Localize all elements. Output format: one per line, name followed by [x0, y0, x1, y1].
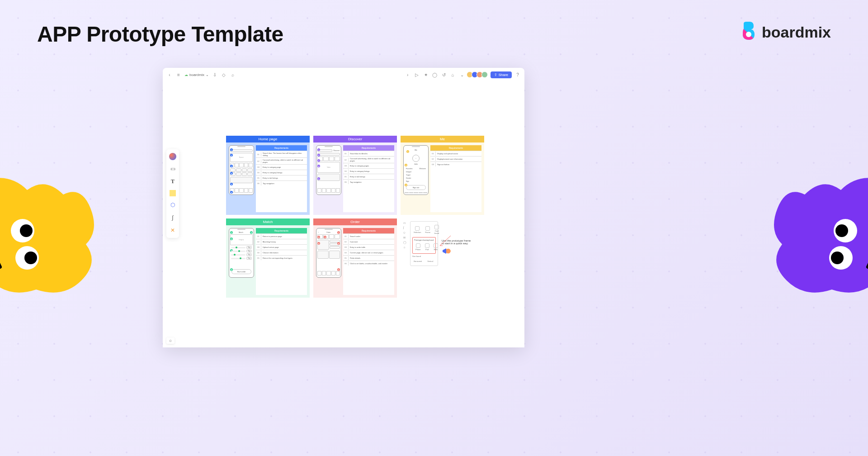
tag-icon[interactable]: ◇	[221, 71, 227, 78]
order-phone-mock: ‹Order⌕ 1 2 3 4 5	[316, 228, 341, 278]
text-tool-icon[interactable]: T	[169, 177, 177, 185]
brand-mark-icon	[740, 22, 756, 43]
connector-tool-icon[interactable]: ✕	[169, 226, 177, 234]
tool-panel-popup[interactable]: Selection Frame Card board Prototype dra…	[410, 221, 438, 266]
share-button[interactable]: ⇪ Share	[491, 71, 512, 78]
page-title: APP Prototype Template	[37, 22, 283, 47]
frame-tool-icon[interactable]: ▭	[169, 165, 177, 173]
svg-point-0	[746, 32, 751, 37]
back-icon[interactable]: ‹	[166, 71, 173, 78]
discover-phone-mock: Discover 1 2 3 Video 4 5	[316, 145, 341, 195]
order-requirements: Requirements 01Search order 02Comment 03…	[343, 228, 394, 295]
cloud-sync-icon: ☁	[184, 73, 188, 77]
document-name[interactable]: ☁ boardmix ⌄	[184, 73, 209, 77]
mascot-left	[0, 163, 108, 299]
app-logo-icon[interactable]	[169, 153, 176, 160]
comment-icon[interactable]: ◯	[432, 71, 438, 78]
brand-name: boardmix	[762, 24, 831, 41]
svg-point-4	[24, 252, 37, 264]
history-icon[interactable]: ↺	[441, 71, 447, 78]
match-phone-mock: ‹Match↻ 1 2 Image⊕ 3 4 Skip Skip Skip Sk…	[229, 228, 254, 278]
brand-logo: boardmix	[740, 22, 831, 43]
library-icon[interactable]: ⌂	[450, 71, 456, 78]
section-order[interactable]: Order ‹Order⌕ 1 2 3	[313, 218, 397, 298]
editor-window: ‹ ≡ ☁ boardmix ⌄ ⇩ ◇ ⌕ › ▷ ✦ ◯ ↺ ⌂ ⌄ ⇪ S	[163, 68, 524, 347]
discover-requirements: Requirements 01Searchbox for Articles 02…	[343, 145, 394, 212]
arrow-icon	[438, 235, 452, 248]
section-match[interactable]: Match ‹Match↻ 1 2 Image⊕ 3 4 Skip Skip S…	[226, 218, 310, 298]
prototype-sections: Home page 1 Banner 2 3	[226, 136, 484, 298]
sticky-note-icon[interactable]	[170, 190, 176, 196]
collaborator-avatars[interactable]	[468, 71, 488, 78]
top-toolbar: ‹ ≡ ☁ boardmix ⌄ ⇩ ◇ ⌕ › ▷ ✦ ◯ ↺ ⌂ ⌄ ⇪ S	[163, 68, 524, 81]
shape-tool-icon[interactable]: ⬡	[169, 201, 177, 209]
expand-icon[interactable]: ›	[405, 71, 411, 78]
chevron-down-icon[interactable]: ⌄	[459, 71, 465, 78]
hint-area: ▭∫◇⊞◯☆ Selection Frame Card board Protot…	[401, 218, 484, 298]
feedback-badge[interactable]: ☺	[166, 337, 175, 344]
left-tool-panel: ▭ T ⬡ ∫ ✕	[166, 149, 179, 238]
section-home[interactable]: Home page 1 Banner 2 3	[226, 136, 310, 215]
match-requirements: Requirements 01Return to previous page 0…	[256, 228, 307, 295]
canvas[interactable]: ▭ T ⬡ ∫ ✕ Home page 1 Banner 2	[163, 81, 524, 347]
section-me[interactable]: Me Me 1 ☺ John 2 FavoritesWelcome Integr…	[401, 136, 484, 215]
chevron-down-icon: ⌄	[206, 73, 209, 77]
play-icon[interactable]: ▷	[414, 71, 420, 78]
share-icon: ⇪	[494, 73, 497, 77]
help-icon[interactable]: ?	[514, 71, 521, 78]
line-tool-icon[interactable]: ∫	[169, 214, 177, 222]
home-phone-mock: 1 Banner 2 3	[229, 145, 254, 195]
svg-point-6	[835, 224, 848, 237]
search-icon[interactable]: ⌕	[230, 71, 236, 78]
me-phone-mock: Me 1 ☺ John 2 FavoritesWelcome Integral …	[403, 145, 429, 195]
menu-icon[interactable]: ≡	[175, 71, 182, 78]
sparkle-icon[interactable]: ✦	[423, 71, 429, 78]
download-icon[interactable]: ⇩	[212, 71, 218, 78]
section-discover[interactable]: Discover Discover 1 2 3 Video 4 5	[313, 136, 397, 215]
me-requirements: Requirements 01Display and upload avatar…	[430, 145, 481, 212]
mascot-right	[760, 163, 868, 299]
home-requirements: Requirements 01Search box. The banner bo…	[256, 145, 307, 212]
svg-point-8	[831, 252, 844, 264]
svg-point-2	[20, 224, 33, 237]
